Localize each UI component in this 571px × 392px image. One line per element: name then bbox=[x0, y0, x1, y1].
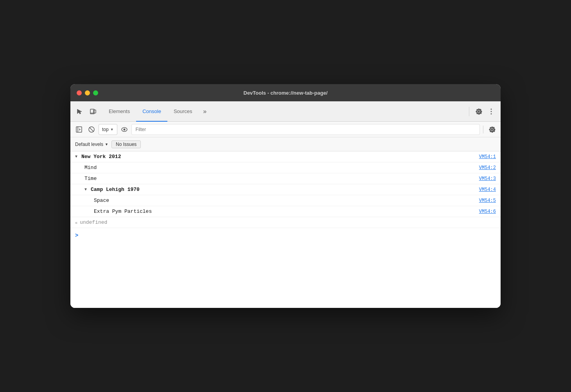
icon-group-left bbox=[74, 105, 99, 118]
sidebar-toggle-button[interactable] bbox=[74, 124, 84, 135]
toolbar-divider bbox=[483, 126, 483, 133]
levels-dropdown-arrow: ▼ bbox=[105, 142, 108, 146]
svg-point-4 bbox=[491, 111, 492, 112]
prompt-row[interactable]: > bbox=[70, 228, 501, 242]
console-output: ▼ New York 2012 VM54:1 Mind VM54:2 Time … bbox=[70, 151, 501, 308]
titlebar: DevTools - chrome://new-tab-page/ bbox=[70, 84, 501, 101]
table-row[interactable]: ▼ Camp Lehigh 1970 VM54:4 bbox=[70, 184, 501, 195]
device-toggle-button[interactable] bbox=[87, 105, 99, 118]
row-content: Extra Pym Particles bbox=[94, 209, 479, 214]
filter-input[interactable] bbox=[131, 124, 480, 135]
inspect-element-button[interactable] bbox=[74, 105, 86, 118]
divider bbox=[469, 107, 469, 116]
clear-console-button[interactable] bbox=[86, 124, 97, 135]
svg-rect-1 bbox=[93, 110, 96, 113]
devtools-window: DevTools - chrome://new-tab-page/ bbox=[70, 84, 501, 308]
maximize-button[interactable] bbox=[93, 90, 98, 95]
more-tabs-button[interactable]: » bbox=[199, 105, 211, 118]
minimize-button[interactable] bbox=[85, 90, 90, 95]
table-row[interactable]: Space VM54:5 bbox=[70, 195, 501, 206]
console-toolbar: top ▼ bbox=[70, 122, 501, 137]
row-content: Mind bbox=[84, 165, 479, 171]
source-link[interactable]: VM54:5 bbox=[479, 198, 496, 203]
item-label: Time bbox=[84, 176, 97, 182]
tab-elements[interactable]: Elements bbox=[102, 101, 136, 122]
item-label: Extra Pym Particles bbox=[94, 209, 152, 214]
group-label: New York 2012 bbox=[81, 154, 121, 160]
table-row[interactable]: Time VM54:3 bbox=[70, 173, 501, 184]
svg-point-5 bbox=[491, 113, 492, 114]
tab-sources[interactable]: Sources bbox=[167, 101, 199, 122]
table-row[interactable]: ▼ New York 2012 VM54:1 bbox=[70, 151, 501, 162]
subgroup-label: Camp Lehigh 1970 bbox=[91, 187, 140, 192]
source-link[interactable]: VM54:2 bbox=[479, 165, 496, 171]
source-link[interactable]: VM54:6 bbox=[479, 209, 496, 214]
row-content: Time bbox=[84, 176, 479, 182]
devtools-body: Elements Console Sources » bbox=[70, 101, 501, 308]
row-content: ▼ Camp Lehigh 1970 bbox=[84, 187, 479, 192]
svg-point-3 bbox=[491, 108, 492, 110]
settings-button[interactable] bbox=[472, 105, 485, 118]
tabs-row: Elements Console Sources » bbox=[70, 101, 501, 122]
svg-point-11 bbox=[123, 128, 125, 130]
table-row[interactable]: Mind VM54:2 bbox=[70, 162, 501, 173]
row-content: ▼ New York 2012 bbox=[75, 154, 479, 160]
eye-button[interactable] bbox=[119, 124, 130, 135]
context-selector[interactable]: top ▼ bbox=[99, 124, 117, 135]
more-options-button[interactable] bbox=[485, 105, 497, 118]
undefined-row: « undefined bbox=[70, 217, 501, 228]
source-link[interactable]: VM54:4 bbox=[479, 187, 496, 192]
expand-arrow-icon[interactable]: ▼ bbox=[84, 187, 87, 192]
svg-line-9 bbox=[90, 127, 94, 131]
return-value-icon: « bbox=[75, 220, 77, 225]
source-link[interactable]: VM54:1 bbox=[479, 154, 496, 160]
table-row[interactable]: Extra Pym Particles VM54:6 bbox=[70, 206, 501, 217]
expand-arrow-icon[interactable]: ▼ bbox=[75, 155, 77, 159]
traffic-lights bbox=[77, 90, 98, 95]
item-label: Mind bbox=[84, 165, 97, 171]
item-label: Space bbox=[94, 198, 109, 203]
levels-row: Default levels ▼ No Issues bbox=[70, 137, 501, 151]
prompt-icon: > bbox=[75, 232, 78, 238]
svg-rect-6 bbox=[76, 127, 82, 132]
row-content: Space bbox=[94, 198, 479, 203]
close-button[interactable] bbox=[77, 90, 82, 95]
default-levels-button[interactable]: Default levels ▼ bbox=[75, 142, 108, 147]
undefined-value: undefined bbox=[80, 219, 107, 225]
no-issues-button[interactable]: No Issues bbox=[111, 140, 141, 148]
tab-console[interactable]: Console bbox=[136, 101, 167, 122]
window-title: DevTools - chrome://new-tab-page/ bbox=[243, 90, 327, 96]
console-settings-button[interactable] bbox=[487, 124, 497, 135]
source-link[interactable]: VM54:3 bbox=[479, 176, 496, 182]
dropdown-arrow-icon: ▼ bbox=[110, 128, 114, 131]
